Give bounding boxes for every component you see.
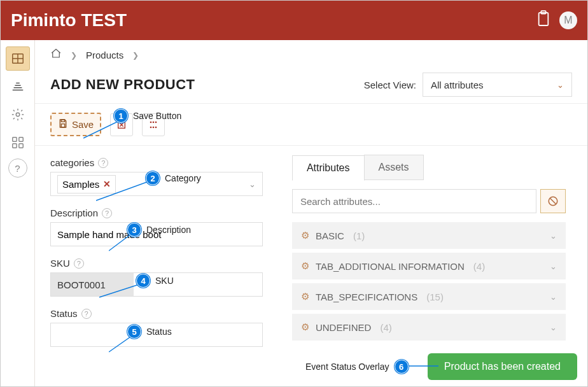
save-label: Save [72,119,94,130]
chevron-down-icon: ⌄ [550,262,557,271]
tab-attributes[interactable]: Attributes [292,155,365,181]
svg-rect-7 [18,144,22,148]
sidebar-item-apps[interactable] [6,130,30,155]
page-title: ADD NEW PRODUCT [50,76,195,93]
svg-rect-8 [61,120,64,122]
description-field: Description? [50,208,263,246]
attributes-column: Attributes Assets ⚙BASIC(1) ⌄ ⚙TAB_ADDI [278,146,587,387]
sidebar: ? [1,40,35,387]
sidebar-item-catalog[interactable] [6,46,30,71]
form-column: categories? Samples ✕ ⌄ Description? SKU… [35,146,278,387]
remove-chip-icon[interactable]: ✕ [103,179,111,189]
sidebar-item-settings[interactable] [6,102,30,127]
clear-search-button[interactable] [540,189,566,213]
sku-field: SKU? BOOT0001 [50,258,263,297]
success-toast: Product has been created [428,353,577,380]
help-icon[interactable]: ? [98,158,108,168]
accordion-basic[interactable]: ⚙BASIC(1) ⌄ [292,222,566,249]
view-selected: All attributes [431,80,484,90]
gear-icon: ⚙ [301,321,309,333]
view-selector-group: Select View: All attributes ⌄ [364,73,572,97]
accordion-additional[interactable]: ⚙TAB_ADDITIONAL INFORMATION(4) ⌄ [292,253,566,279]
grid-button[interactable] [142,113,165,136]
header-actions: M [536,10,577,31]
accordion-specs[interactable]: ⚙TAB_SPECIFICATIONS(15) ⌄ [292,283,566,310]
help-icon[interactable]: ? [102,208,112,218]
view-label: Select View: [364,80,416,90]
app-title: Piminto TEST [11,10,127,31]
search-input[interactable] [292,189,536,213]
cancel-button[interactable] [110,113,133,136]
svg-point-13 [155,121,157,123]
title-row: ADD NEW PRODUCT Select View: All attribu… [35,66,587,103]
breadcrumb: ❯ Products ❯ [35,40,587,66]
save-button[interactable]: Save [50,113,101,136]
svg-point-14 [150,126,152,128]
chevron-right-icon: ❯ [132,51,139,60]
svg-rect-4 [12,137,16,141]
status-field: Status? [50,308,263,347]
sidebar-item-help[interactable]: ? [8,158,27,178]
svg-point-15 [153,126,155,128]
accordion-list: ⚙BASIC(1) ⌄ ⚙TAB_ADDITIONAL INFORMATION(… [292,222,566,341]
svg-rect-0 [539,13,549,25]
gear-icon: ⚙ [301,260,309,272]
chevron-down-icon: ⌄ [550,292,557,302]
sku-suffix[interactable] [134,273,262,296]
chevron-down-icon: ⌄ [249,179,256,189]
toolbar: Save [35,103,587,146]
help-icon[interactable]: ? [74,258,84,269]
chevron-down-icon: ⌄ [557,80,564,90]
svg-point-11 [150,121,152,123]
tabs: Attributes Assets [292,155,572,180]
help-icon[interactable]: ? [81,309,92,319]
categories-select[interactable]: Samples ✕ ⌄ [50,172,263,196]
attribute-search-row [292,189,566,213]
svg-rect-5 [18,137,22,141]
tab-assets[interactable]: Assets [364,155,424,180]
chevron-down-icon: ⌄ [550,323,557,332]
svg-point-16 [155,126,157,128]
save-icon [58,118,68,130]
user-avatar[interactable]: M [559,11,577,29]
accordion-undefined[interactable]: ⚙UNDEFINED(4) ⌄ [292,314,566,341]
app-header: Piminto TEST M [1,1,587,40]
sku-input-wrap[interactable]: BOOT0001 [50,272,263,297]
svg-point-12 [153,121,155,123]
chevron-down-icon: ⌄ [550,231,557,241]
chevron-right-icon: ❯ [71,51,77,60]
breadcrumb-products[interactable]: Products [86,50,123,60]
gear-icon: ⚙ [301,291,309,302]
home-icon[interactable] [50,48,62,62]
svg-rect-9 [61,124,64,127]
view-select[interactable]: All attributes ⌄ [423,73,572,97]
description-input[interactable] [50,222,263,246]
status-input[interactable] [50,323,263,347]
gear-icon: ⚙ [301,230,309,241]
category-chip: Samples ✕ [57,175,116,194]
sidebar-item-layers[interactable] [6,74,30,99]
clipboard-icon[interactable] [536,10,550,31]
categories-field: categories? Samples ✕ ⌄ [50,157,263,196]
svg-point-3 [16,113,20,116]
sku-prefix: BOOT0001 [51,273,134,296]
svg-rect-6 [12,144,16,148]
